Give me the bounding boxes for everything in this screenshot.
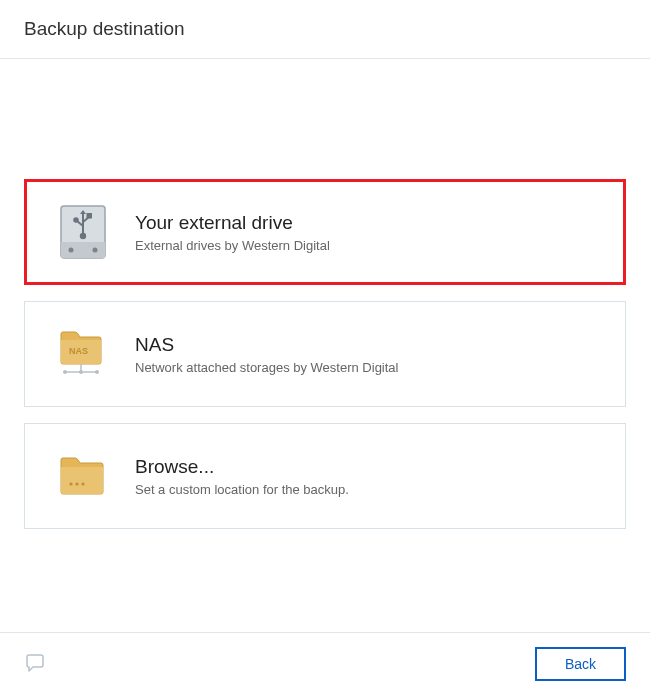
svg-text:NAS: NAS <box>69 346 88 356</box>
external-drive-icon <box>53 202 113 262</box>
option-title: NAS <box>135 334 597 356</box>
page-footer: Back <box>0 632 650 695</box>
svg-point-12 <box>95 370 99 374</box>
page-header: Backup destination <box>0 0 650 59</box>
option-description: External drives by Western Digital <box>135 238 597 253</box>
option-description: Set a custom location for the backup. <box>135 482 597 497</box>
svg-point-14 <box>69 482 72 485</box>
option-nas[interactable]: NAS NAS Network attached storages by Wes… <box>24 301 626 407</box>
svg-point-2 <box>69 248 74 253</box>
svg-point-16 <box>81 482 84 485</box>
browse-folder-icon <box>53 446 113 506</box>
svg-point-13 <box>79 370 83 374</box>
option-browse[interactable]: Browse... Set a custom location for the … <box>24 423 626 529</box>
option-title: Your external drive <box>135 212 597 234</box>
nas-folder-icon: NAS <box>53 324 113 384</box>
svg-point-11 <box>63 370 67 374</box>
svg-rect-7 <box>88 214 92 218</box>
options-container: Your external drive External drives by W… <box>0 59 650 632</box>
svg-rect-1 <box>61 242 105 258</box>
option-text: Browse... Set a custom location for the … <box>135 456 597 497</box>
svg-point-3 <box>93 248 98 253</box>
option-text: NAS Network attached storages by Western… <box>135 334 597 375</box>
svg-point-5 <box>81 234 85 238</box>
option-text: Your external drive External drives by W… <box>135 212 597 253</box>
option-title: Browse... <box>135 456 597 478</box>
svg-point-15 <box>75 482 78 485</box>
back-button[interactable]: Back <box>535 647 626 681</box>
svg-point-6 <box>74 218 78 222</box>
option-external-drive[interactable]: Your external drive External drives by W… <box>24 179 626 285</box>
chat-icon[interactable] <box>24 654 46 674</box>
page-title: Backup destination <box>24 18 626 40</box>
option-description: Network attached storages by Western Dig… <box>135 360 597 375</box>
